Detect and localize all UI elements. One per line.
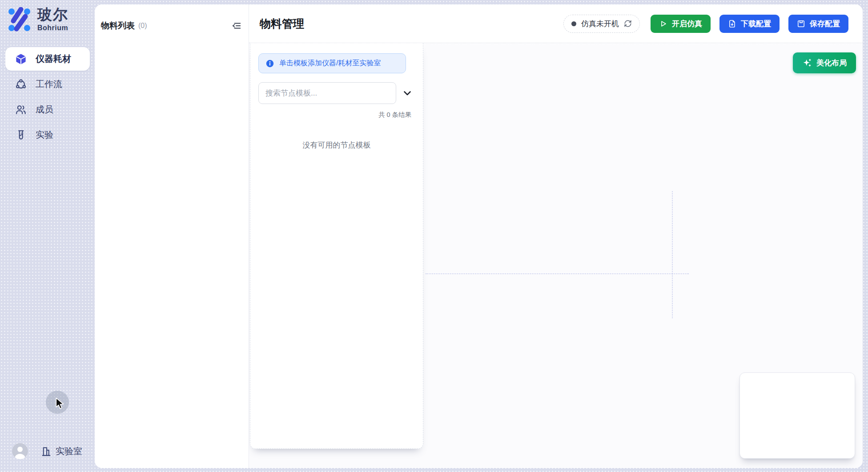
status-dot-icon [571,21,576,26]
play-icon [659,20,667,28]
list-collapse-icon[interactable] [232,21,241,31]
page-title: 物料管理 [260,16,304,31]
start-simulation-button[interactable]: 开启仿真 [651,15,711,33]
material-list-count: (0) [138,22,147,30]
box-3d-icon [15,52,27,66]
simulation-status-pill[interactable]: 仿真未开机 [563,15,640,33]
save-config-button[interactable]: 保存配置 [788,15,848,33]
building-icon [40,446,52,457]
file-download-icon [728,20,736,28]
sidebar-nav: 仪器耗材 工作流 成员 [5,47,90,148]
sidebar-item-lab[interactable]: 实验室 [40,445,82,457]
sidebar-item-experiments[interactable]: 实验 [5,123,90,147]
node-template-palette: 单击模板添加仪器/耗材至实验室 共 0 条结果 没有可用的节点模板 [250,43,423,449]
bohrium-logo-icon [7,7,32,33]
sidebar-item-instruments[interactable]: 仪器耗材 [5,47,90,71]
empty-state-text: 没有可用的节点模板 [250,140,423,150]
brand-name-zh: 玻尔 [37,7,68,23]
sidebar-item-label: 成员 [36,104,53,116]
palette-hint-banner: 单击模板添加仪器/耗材至实验室 [258,53,406,73]
sidebar-item-members[interactable]: 成员 [5,98,90,121]
content-card: 物料列表 (0) 物料管理 仿真未开机 [95,4,863,468]
refresh-icon[interactable] [624,20,632,28]
flow-canvas[interactable]: 单击模板添加仪器/耗材至实验室 共 0 条结果 没有可用的节点模板 [249,43,863,468]
sidebar-item-label: 仪器耗材 [36,53,71,65]
canvas-grid-line-vertical [672,191,673,318]
sidebar: 玻尔 Bohrium 仪器耗材 工作流 [0,0,95,472]
chevron-down-icon[interactable] [402,88,413,99]
sidebar-toggle-hover[interactable] [46,391,69,414]
main-header: 物料管理 仿真未开机 [249,4,863,43]
material-list-panel: 物料列表 (0) [95,4,249,468]
info-icon [266,60,274,68]
save-icon [797,20,805,28]
canvas-grid-line-horizontal [426,273,689,274]
user-avatar[interactable] [12,443,28,459]
workflow-icon [15,79,27,90]
material-list-title: 物料列表 [101,20,135,32]
sparkles-icon [802,58,812,68]
brand-logo: 玻尔 Bohrium [7,7,68,33]
beautify-layout-button[interactable]: 美化布局 [793,52,856,73]
lab-label: 实验室 [56,445,82,457]
simulation-status-label: 仿真未开机 [581,19,619,29]
result-count: 共 0 条结果 [250,111,411,119]
sidebar-item-workflow[interactable]: 工作流 [5,72,90,96]
sidebar-item-label: 实验 [36,129,53,141]
palette-hint-text: 单击模板添加仪器/耗材至实验室 [279,59,381,68]
template-search-input[interactable] [258,82,396,104]
test-tube-icon [15,129,27,141]
brand-name-en: Bohrium [37,24,68,32]
canvas-minimap[interactable] [739,372,855,459]
sidebar-item-label: 工作流 [36,78,62,90]
download-config-button[interactable]: 下载配置 [719,15,780,33]
users-icon [15,104,27,116]
main-area: 物料管理 仿真未开机 [249,4,863,468]
